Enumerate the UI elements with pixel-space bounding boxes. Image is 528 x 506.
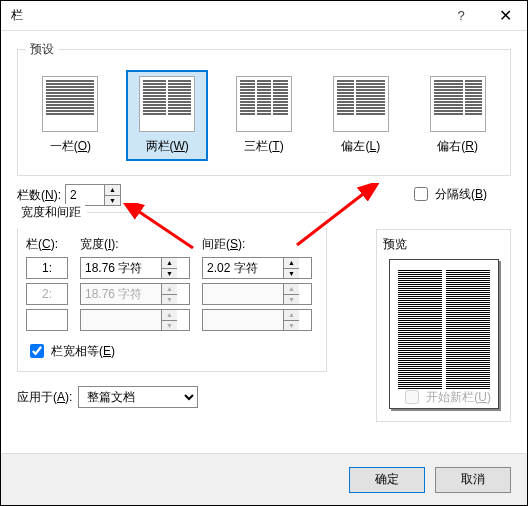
empty-spinner-2: ▲▼ [202, 309, 312, 331]
spacing-spinner-1: ▲▼ [202, 283, 312, 305]
separator-checkbox[interactable]: 分隔线(B) [410, 184, 487, 204]
preset-option-3[interactable]: 偏左(L) [320, 70, 402, 161]
col-head: 栏(C): [26, 236, 68, 253]
preset-option-4[interactable]: 偏右(R) [417, 70, 499, 161]
dialog-title: 栏 [11, 7, 439, 24]
preset-label: 三栏(T) [229, 138, 299, 155]
equal-width-input[interactable] [30, 344, 44, 358]
preset-label: 偏左(L) [326, 138, 396, 155]
preset-label: 两栏(W) [132, 138, 202, 155]
preset-label: 偏右(R) [423, 138, 493, 155]
separator-input[interactable] [414, 187, 428, 201]
preset-option-2[interactable]: 三栏(T) [223, 70, 305, 161]
titlebar: 栏 ? ✕ [1, 1, 527, 31]
newcol-checkbox: 开始新栏(U) [401, 387, 491, 407]
spacing-spinner-0-input[interactable] [203, 258, 283, 278]
spacing-spinner-0[interactable]: ▲▼ [202, 257, 312, 279]
help-button[interactable]: ? [439, 1, 483, 31]
spin-down-icon: ▼ [284, 295, 299, 305]
empty-cell [26, 309, 68, 331]
spin-down-icon[interactable]: ▼ [105, 196, 120, 206]
spin-up-icon[interactable]: ▲ [105, 185, 120, 196]
empty-spinner-1-input [81, 310, 161, 330]
apply-label: 应用于(A): [17, 389, 72, 406]
spin-up-icon: ▲ [284, 284, 299, 295]
equal-width-checkbox[interactable]: 栏宽相等(E) [26, 341, 115, 361]
spin-up-icon: ▲ [284, 310, 299, 321]
width-spinner-1: ▲▼ [80, 283, 190, 305]
spin-down-icon: ▼ [284, 321, 299, 331]
apply-select[interactable]: 整篇文档 [78, 386, 198, 408]
close-button[interactable]: ✕ [483, 1, 527, 31]
presets-group: 预设 一栏(O)两栏(W)三栏(T)偏左(L)偏右(R) [17, 41, 511, 176]
dialog-content: 预设 一栏(O)两栏(W)三栏(T)偏左(L)偏右(R) 栏数(N): ▲▼ 分… [1, 31, 527, 418]
numcols-label: 栏数(N): [17, 187, 61, 204]
spacing-head: 间距(S): [202, 236, 312, 253]
empty-spinner-1: ▲▼ [80, 309, 190, 331]
col-index: 2: [26, 283, 68, 305]
width-spinner-0-input[interactable] [81, 258, 161, 278]
preset-option-0[interactable]: 一栏(O) [29, 70, 111, 161]
preset-icon [430, 76, 486, 132]
spin-up-icon: ▲ [162, 310, 177, 321]
ws-legend: 宽度和间距 [17, 204, 85, 221]
spin-up-icon: ▲ [162, 284, 177, 295]
columns-dialog: 栏 ? ✕ 预设 一栏(O)两栏(W)三栏(T)偏左(L)偏右(R) 栏数(N)… [0, 0, 528, 506]
preset-icon [42, 76, 98, 132]
spin-down-icon: ▼ [162, 295, 177, 305]
spacing-spinner-1-input [203, 284, 283, 304]
spin-down-icon: ▼ [162, 321, 177, 331]
dialog-footer: 确定 取消 [1, 453, 527, 505]
numcols-row: 栏数(N): ▲▼ 分隔线(B) [17, 184, 511, 206]
cancel-button[interactable]: 取消 [435, 467, 511, 493]
newcol-input [405, 390, 419, 404]
newcol-label: 开始新栏(U) [426, 389, 491, 406]
preset-icon [236, 76, 292, 132]
spin-down-icon[interactable]: ▼ [284, 269, 299, 279]
width-spinner-0[interactable]: ▲▼ [80, 257, 190, 279]
preview-legend: 预览 [383, 236, 504, 253]
ok-button[interactable]: 确定 [349, 467, 425, 493]
preset-icon [139, 76, 195, 132]
spin-up-icon[interactable]: ▲ [284, 258, 299, 269]
col-index: 1: [26, 257, 68, 279]
spin-up-icon[interactable]: ▲ [162, 258, 177, 269]
equal-width-label: 栏宽相等(E) [51, 343, 115, 360]
width-spinner-1-input [81, 284, 161, 304]
separator-label: 分隔线(B) [435, 186, 487, 203]
empty-spinner-2-input [203, 310, 283, 330]
width-head: 宽度(I): [80, 236, 190, 253]
numcols-spinner[interactable]: ▲▼ [65, 184, 121, 206]
apply-row: 应用于(A): 整篇文档 开始新栏(U) [17, 386, 511, 408]
spin-down-icon[interactable]: ▼ [162, 269, 177, 279]
width-spacing-group: 栏(C): 宽度(I): 间距(S): 1:▲▼▲▼2:▲▼▲▼▲▼▲▼ 栏宽相… [17, 228, 327, 372]
numcols-input[interactable] [66, 185, 104, 205]
preset-label: 一栏(O) [35, 138, 105, 155]
preset-option-1[interactable]: 两栏(W) [126, 70, 208, 161]
preset-icon [333, 76, 389, 132]
presets-legend: 预设 [26, 41, 58, 58]
